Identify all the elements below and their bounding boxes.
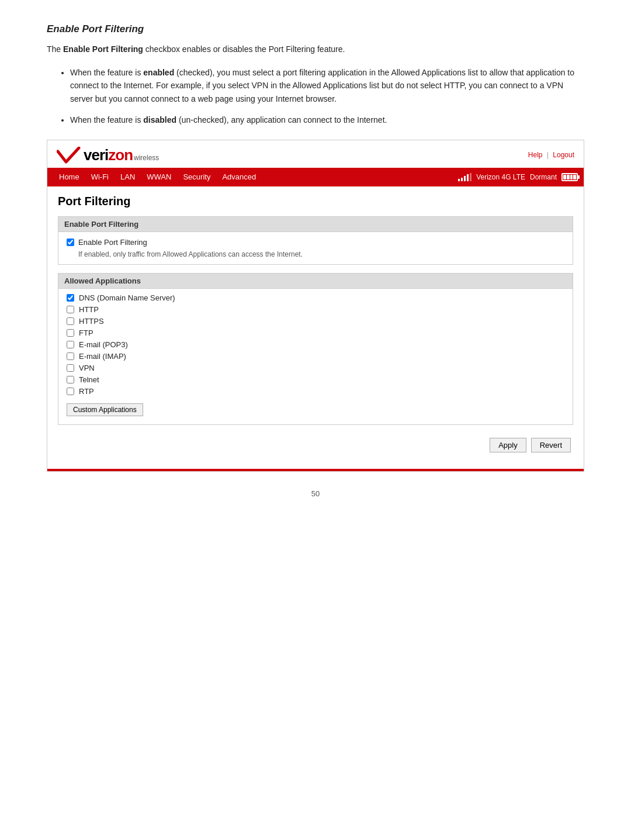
bullet2-bold: disabled — [143, 115, 176, 125]
logo-veri: veri — [84, 146, 108, 164]
section-title: Enable Port Filtering — [47, 23, 584, 35]
bat-seg1 — [563, 175, 566, 179]
intro-paragraph: The Enable Port Filtering checkbox enabl… — [47, 43, 584, 56]
app-label-dns: DNS (Domain Name Server) — [79, 293, 175, 302]
app-checkbox-vpn[interactable] — [67, 364, 74, 372]
enable-hint: If enabled, only traffic from Allowed Ap… — [78, 250, 564, 258]
app-label-ftp: FTP — [79, 329, 93, 337]
nav-security[interactable]: Security — [177, 169, 216, 185]
app-label-telnet: Telnet — [79, 375, 99, 384]
nav-wifi[interactable]: Wi-Fi — [85, 169, 115, 185]
logo-text: verizon — [84, 146, 133, 164]
signal-bars-icon — [458, 173, 471, 181]
app-label-imap: E-mail (IMAP) — [79, 352, 126, 361]
custom-applications-button[interactable]: Custom Applications — [67, 403, 143, 416]
app-label-https: HTTPS — [79, 317, 104, 326]
action-row: Apply Revert — [58, 433, 573, 455]
intro-bold: Enable Port Filtering — [63, 44, 143, 54]
app-checkbox-http[interactable] — [67, 306, 74, 313]
app-checkbox-imap[interactable] — [67, 352, 74, 360]
network-label: Verizon 4G LTE — [476, 173, 525, 181]
allowed-section-box: Allowed Applications DNS (Domain Name Se… — [58, 273, 573, 425]
apps-list: DNS (Domain Name Server) HTTP HTTPS FTP — [58, 289, 573, 424]
verizon-check-icon — [57, 147, 81, 164]
battery-icon — [561, 173, 578, 181]
bullet1-bold: enabled — [143, 68, 174, 77]
enable-section-body: Enable Port Filtering If enabled, only t… — [58, 232, 573, 264]
revert-button[interactable]: Revert — [531, 438, 571, 452]
page-heading: Port Filtering — [58, 195, 573, 208]
app-checkbox-rtp[interactable] — [67, 388, 74, 395]
header-links: Help | Logout — [528, 151, 574, 159]
router-ui: verizon wireless Help | Logout Home Wi-F… — [47, 140, 584, 472]
footer-red-bar — [47, 469, 584, 471]
app-row-ftp: FTP — [67, 329, 564, 337]
enable-checkbox-row: Enable Port Filtering — [67, 238, 564, 247]
nav-lan[interactable]: LAN — [115, 169, 141, 185]
help-link[interactable]: Help — [528, 151, 543, 159]
bullet-list: When the feature is enabled (checked), y… — [70, 66, 584, 127]
nav-status: Verizon 4G LTE Dormant — [458, 173, 578, 181]
dormant-label: Dormant — [530, 173, 557, 181]
app-row-rtp: RTP — [67, 387, 564, 396]
app-checkbox-telnet[interactable] — [67, 376, 74, 383]
logo-zon: zon — [108, 146, 133, 164]
bar2 — [461, 178, 463, 181]
link-separator: | — [547, 151, 549, 159]
allowed-section-header: Allowed Applications — [58, 274, 573, 289]
enable-port-filtering-checkbox[interactable] — [67, 238, 74, 246]
main-page: Enable Port Filtering The Enable Port Fi… — [0, 0, 631, 533]
app-row-https: HTTPS — [67, 317, 564, 326]
app-label-rtp: RTP — [79, 387, 94, 396]
nav-bar: Home Wi-Fi LAN WWAN Security Advanced Ve… — [47, 168, 584, 186]
app-row-imap: E-mail (IMAP) — [67, 352, 564, 361]
bullet-2: When the feature is disabled (un-checked… — [70, 113, 584, 126]
bullet-1: When the feature is enabled (checked), y… — [70, 66, 584, 105]
app-checkbox-pop3[interactable] — [67, 341, 74, 348]
apply-button[interactable]: Apply — [490, 438, 526, 452]
nav-wwan[interactable]: WWAN — [141, 169, 177, 185]
bar1 — [458, 179, 460, 181]
logo-wireless: wireless — [134, 154, 159, 162]
app-checkbox-ftp[interactable] — [67, 329, 74, 337]
bat-seg3 — [570, 175, 573, 179]
app-row-pop3: E-mail (POP3) — [67, 340, 564, 349]
app-checkbox-https[interactable] — [67, 317, 74, 325]
app-row-telnet: Telnet — [67, 375, 564, 384]
bat-seg2 — [567, 175, 570, 179]
bar5 — [470, 173, 471, 181]
app-label-vpn: VPN — [79, 364, 95, 372]
nav-advanced[interactable]: Advanced — [216, 169, 262, 185]
page-number: 50 — [47, 489, 584, 498]
bar3 — [464, 176, 466, 181]
logout-link[interactable]: Logout — [553, 151, 574, 159]
app-row-http: HTTP — [67, 305, 564, 314]
bat-seg4 — [573, 175, 576, 179]
app-row-vpn: VPN — [67, 364, 564, 372]
app-label-http: HTTP — [79, 305, 99, 314]
app-checkbox-dns[interactable] — [67, 294, 74, 302]
router-content: Port Filtering Enable Port Filtering Ena… — [47, 186, 584, 463]
enable-checkbox-label: Enable Port Filtering — [78, 238, 147, 247]
bar4 — [467, 174, 469, 181]
logo-area: verizon wireless — [57, 146, 159, 164]
router-header: verizon wireless Help | Logout — [47, 140, 584, 168]
enable-section-header: Enable Port Filtering — [58, 217, 573, 232]
nav-home[interactable]: Home — [53, 169, 85, 185]
custom-apps-row: Custom Applications — [67, 399, 564, 416]
enable-section-box: Enable Port Filtering Enable Port Filter… — [58, 216, 573, 265]
app-row-dns: DNS (Domain Name Server) — [67, 293, 564, 302]
app-label-pop3: E-mail (POP3) — [79, 340, 128, 349]
